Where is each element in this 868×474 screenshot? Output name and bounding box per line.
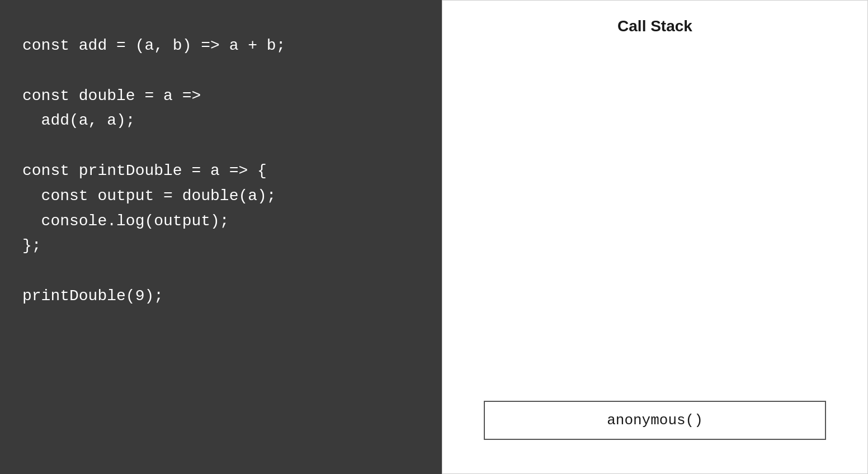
code-panel: const add = (a, b) => a + b; const doubl… <box>0 0 442 474</box>
code-block: const add = (a, b) => a + b; const doubl… <box>22 34 285 309</box>
call-stack-title: Call Stack <box>617 17 692 35</box>
call-stack-item-anonymous: anonymous() <box>484 401 826 440</box>
call-stack-items: anonymous() <box>454 401 856 457</box>
call-stack-panel: Call Stack anonymous() <box>442 0 868 474</box>
